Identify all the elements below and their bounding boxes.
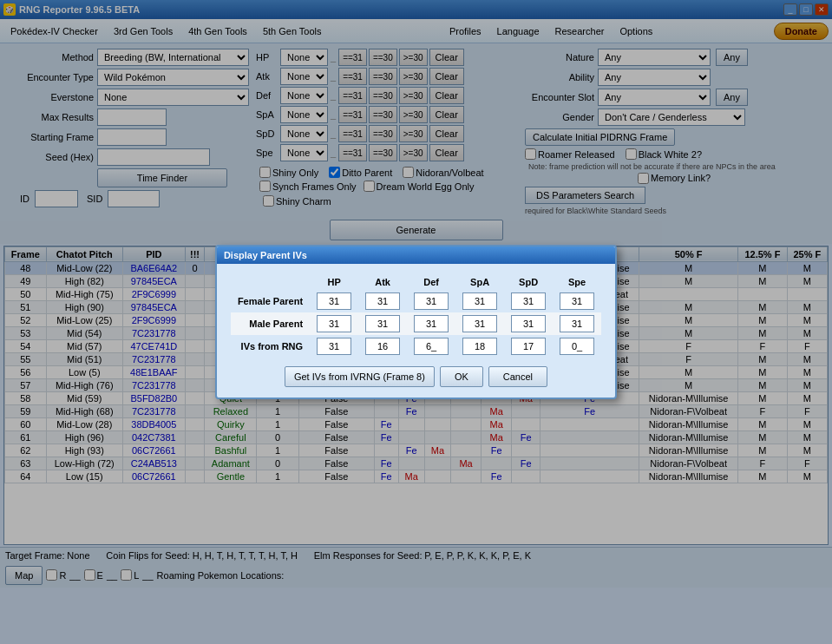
- dialog-iv-input[interactable]: [560, 292, 594, 310]
- dialog-title: Display Parent IVs: [217, 246, 615, 264]
- dialog-col-spa: SpA: [455, 274, 504, 290]
- dialog-iv-input[interactable]: [365, 315, 400, 332]
- dialog-col-atk: Atk: [358, 274, 407, 290]
- dialog-iv-input[interactable]: [511, 315, 546, 332]
- dialog-iv-input[interactable]: [365, 338, 400, 355]
- dialog-col-def: Def: [407, 274, 455, 290]
- dialog-iv-input[interactable]: [462, 292, 497, 310]
- dialog-iv-input[interactable]: [414, 338, 449, 355]
- dialog-table-row: Female Parent: [231, 290, 601, 312]
- dialog-col-spe: Spe: [553, 274, 601, 290]
- get-ivs-button[interactable]: Get IVs from IVRNG (Frame 8): [285, 366, 435, 387]
- dialog-iv-input[interactable]: [317, 338, 351, 355]
- dialog-col-hp: HP: [310, 274, 358, 290]
- dialog-iv-input[interactable]: [560, 315, 594, 332]
- dialog-iv-input[interactable]: [317, 315, 351, 332]
- dialog-iv-table: HPAtkDefSpASpDSpe Female ParentMale Pare…: [231, 274, 601, 358]
- dialog-iv-input[interactable]: [365, 292, 400, 310]
- dialog-iv-input[interactable]: [511, 292, 546, 310]
- dialog-table-row: IVs from RNG: [231, 335, 601, 358]
- dialog-col-: [231, 274, 310, 290]
- dialog-overlay: Display Parent IVs HPAtkDefSpASpDSpe Fem…: [0, 0, 832, 644]
- dialog-iv-input[interactable]: [462, 338, 497, 355]
- dialog-iv-input[interactable]: [414, 315, 449, 332]
- display-parent-ivs-dialog: Display Parent IVs HPAtkDefSpASpDSpe Fem…: [215, 245, 617, 399]
- dialog-iv-input[interactable]: [317, 292, 351, 310]
- dialog-ok-button[interactable]: OK: [440, 366, 483, 387]
- dialog-iv-input[interactable]: [462, 315, 497, 332]
- dialog-iv-input[interactable]: [560, 338, 594, 355]
- dialog-col-spd: SpD: [504, 274, 553, 290]
- dialog-table-row: Male Parent: [231, 312, 601, 335]
- dialog-iv-input[interactable]: [511, 338, 546, 355]
- dialog-iv-input[interactable]: [414, 292, 449, 310]
- dialog-cancel-button[interactable]: Cancel: [488, 366, 547, 387]
